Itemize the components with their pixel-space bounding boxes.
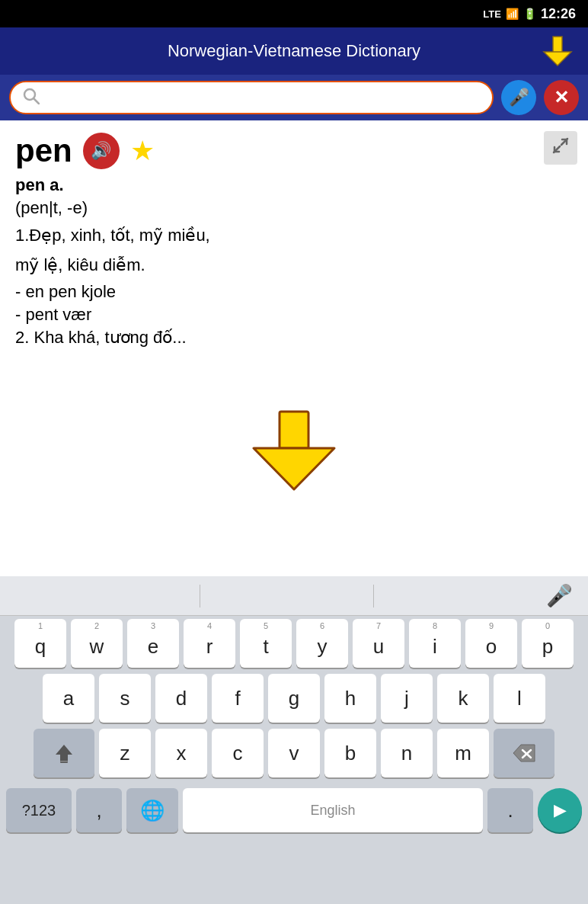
clear-button[interactable]: ✕: [544, 80, 579, 115]
key-u-number: 7: [376, 622, 381, 630]
favorite-star-icon[interactable]: ★: [130, 135, 155, 167]
key-t-letter: t: [263, 635, 268, 659]
big-arrow-down-icon: [252, 410, 336, 491]
svg-marker-1: [544, 52, 571, 66]
svg-marker-7: [254, 448, 334, 489]
key-x-letter: x: [177, 742, 187, 765]
shift-key[interactable]: [34, 729, 94, 777]
key-l[interactable]: l: [494, 674, 545, 723]
period-key[interactable]: .: [487, 788, 533, 832]
key-i-number: 8: [433, 622, 437, 630]
key-x[interactable]: x: [155, 729, 207, 777]
key-z[interactable]: z: [99, 729, 151, 777]
example-1: - en pen kjole: [15, 282, 573, 302]
scroll-down-indicator: [252, 410, 336, 494]
key-e[interactable]: 3e: [127, 619, 179, 668]
dictionary-content: pen 🔊 ★ pen a. (pen|t, -e) 1.Đẹp, xinh, …: [0, 120, 588, 418]
svg-rect-10: [60, 761, 68, 762]
key-y-letter: y: [318, 635, 328, 659]
sym-key[interactable]: ?123: [6, 788, 72, 832]
enter-icon: ▶: [554, 800, 567, 820]
keyboard-rows: 1q 2w 3e 4r 5t 6y 7u 8i 9o 0p a s d f g …: [0, 616, 588, 838]
key-w-number: 2: [94, 622, 99, 630]
key-o[interactable]: 9o: [465, 619, 517, 668]
close-icon: ✕: [554, 87, 569, 108]
key-z-letter: z: [120, 742, 130, 765]
search-field-wrapper[interactable]: [9, 81, 494, 114]
key-m[interactable]: m: [437, 729, 489, 777]
key-row-1: 1q 2w 3e 4r 5t 6y 7u 8i 9o 0p: [3, 619, 585, 668]
example-2: - pent vær: [15, 305, 573, 325]
meaning-line-2: mỹ lệ, kiêu diễm.: [15, 252, 573, 277]
key-n-letter: n: [401, 742, 412, 765]
search-icon: [23, 88, 40, 108]
svg-rect-0: [553, 37, 562, 53]
key-r-letter: r: [206, 635, 213, 659]
globe-icon: 🌐: [140, 799, 165, 822]
key-g-letter: g: [289, 687, 299, 710]
clock: 12:26: [541, 6, 576, 22]
key-y[interactable]: 6y: [296, 619, 348, 668]
key-y-number: 6: [320, 622, 324, 630]
key-row-3: z x c v b n m: [3, 729, 585, 777]
key-a[interactable]: a: [43, 674, 94, 723]
search-input[interactable]: [46, 90, 480, 106]
download-arrow-button[interactable]: [539, 33, 576, 69]
key-e-number: 3: [151, 622, 155, 630]
speaker-button[interactable]: 🔊: [83, 133, 120, 169]
keyboard-area: 🎤 1q 2w 3e 4r 5t 6y 7u 8i 9o 0p a s d f …: [0, 576, 588, 904]
keyboard-mic-icon[interactable]: 🎤: [546, 583, 573, 608]
key-r[interactable]: 4r: [184, 619, 235, 668]
status-bar: LTE 📶 🔋 12:26: [0, 0, 588, 27]
key-h[interactable]: h: [324, 674, 376, 723]
svg-line-3: [34, 98, 40, 104]
lte-indicator: LTE: [483, 8, 501, 20]
key-j[interactable]: j: [381, 674, 433, 723]
microphone-button[interactable]: 🎤: [501, 80, 536, 115]
key-b-letter: b: [345, 742, 356, 765]
key-q[interactable]: 1q: [14, 619, 66, 668]
key-b[interactable]: b: [324, 729, 376, 777]
key-s-letter: s: [120, 687, 130, 710]
svg-marker-8: [56, 745, 72, 761]
key-m-letter: m: [455, 742, 471, 765]
status-icons: LTE 📶 🔋 12:26: [483, 6, 576, 22]
key-f[interactable]: f: [212, 674, 264, 723]
word-header: pen 🔊 ★: [15, 133, 573, 169]
key-v[interactable]: v: [268, 729, 320, 777]
key-l-letter: l: [517, 687, 522, 710]
key-i[interactable]: 8i: [409, 619, 461, 668]
enter-key[interactable]: ▶: [538, 788, 582, 832]
word-title: pen: [15, 133, 72, 169]
space-key[interactable]: English: [183, 788, 483, 832]
key-i-letter: i: [433, 635, 437, 659]
key-d[interactable]: d: [155, 674, 207, 723]
key-p-letter: p: [542, 635, 553, 659]
key-n[interactable]: n: [381, 729, 433, 777]
key-w[interactable]: 2w: [71, 619, 123, 668]
delete-key[interactable]: [494, 729, 554, 777]
key-g[interactable]: g: [268, 674, 320, 723]
key-k[interactable]: k: [437, 674, 489, 723]
separator-2: [373, 585, 374, 607]
expand-button[interactable]: [544, 131, 577, 165]
keyboard-bottom-row: ?123 , 🌐 English . ▶: [3, 784, 585, 838]
app-title: Norwegian-Vietnamese Dictionary: [49, 41, 539, 61]
key-c[interactable]: c: [212, 729, 264, 777]
key-q-number: 1: [38, 622, 43, 630]
signal-icon: 📶: [506, 8, 519, 20]
key-f-letter: f: [235, 687, 240, 710]
arrow-down-icon: [540, 34, 575, 69]
comma-key[interactable]: ,: [76, 788, 122, 832]
globe-key[interactable]: 🌐: [126, 788, 178, 832]
key-s[interactable]: s: [99, 674, 151, 723]
keyboard-top-bar: 🎤: [0, 576, 588, 616]
key-e-letter: e: [148, 635, 158, 659]
expand-icon: [551, 136, 570, 160]
separator-1: [200, 585, 200, 607]
key-d-letter: d: [176, 687, 187, 710]
key-u[interactable]: 7u: [353, 619, 404, 668]
delete-icon: [512, 743, 536, 763]
key-t[interactable]: 5t: [240, 619, 292, 668]
key-p[interactable]: 0p: [522, 619, 574, 668]
